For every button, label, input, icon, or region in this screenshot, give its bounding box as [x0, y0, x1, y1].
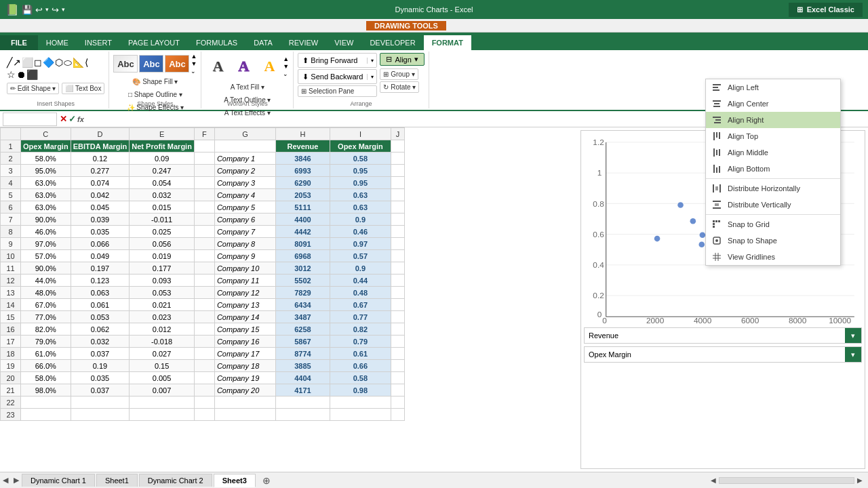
svg-text:0.4: 0.4 [593, 260, 604, 270]
tab-review[interactable]: REVIEW [281, 35, 326, 50]
wordart-expand[interactable]: ⌄ [283, 70, 289, 77]
chart-point [700, 232, 706, 238]
tab-formulas[interactable]: FORMULAS [188, 35, 245, 50]
name-box[interactable] [3, 113, 57, 126]
svg-rect-28 [715, 119, 721, 121]
tab-developer[interactable]: DEVELOPER [361, 35, 423, 50]
align-right-item[interactable]: Align Right [706, 112, 840, 128]
wordart-up[interactable]: ▲ [283, 56, 289, 62]
quick-access-toolbar: 📗 💾 ↩ ▾ ↪ ▾ [5, 3, 65, 16]
selection-pane-button[interactable]: ⊞ Selection Pane [298, 85, 377, 97]
bring-forward-button[interactable]: ⬆ Bring Forward▾ [298, 53, 377, 68]
text-effects-button[interactable]: A Text Effects ▾ [221, 107, 274, 119]
svg-rect-22 [713, 87, 718, 88]
x-axis-dropdown-btn[interactable]: ▾ [845, 328, 861, 343]
snap-grid-item[interactable]: Snap to Grid [706, 216, 840, 232]
group-shape-styles: Abc Abc Abc ▲ ▼ ⌄ 🎨 Shape Fill ▾ □ Shape… [109, 52, 201, 108]
rotate-button[interactable]: ↻ Rotate ▾ [380, 81, 419, 93]
shape-style-3[interactable]: Abc [165, 55, 189, 73]
wordart-down[interactable]: ▼ [283, 63, 289, 70]
x-axis-dropdown[interactable]: Revenue ▾ [584, 327, 862, 344]
tab-dynamic-chart-2[interactable]: Dynamic Chart 2 [139, 474, 212, 487]
insert-shapes-label: Insert Shapes [37, 100, 75, 107]
shape-styles-down[interactable]: ▼ [191, 60, 197, 67]
align-right-icon [711, 115, 722, 125]
align-left-item[interactable]: Align Left [706, 79, 840, 96]
wordart-style-1[interactable]: A [205, 53, 230, 80]
redo-icon[interactable]: ↪ [52, 5, 59, 15]
view-gridlines-label: View Gridlines [728, 253, 775, 261]
table-row: 10 57.0% 0.049 0.019 Company 9 6968 0.57 [1, 250, 405, 262]
table-row: 6 63.0% 0.045 0.015 Company 5 5111 0.63 [1, 201, 405, 214]
svg-text:0.6: 0.6 [593, 230, 604, 239]
shape-style-2[interactable]: Abc [139, 55, 163, 73]
shape-styles-up[interactable]: ▲ [191, 53, 197, 60]
insert-shapes-content: ╱↗⬜◻🔷 ⬡⬭📐⟨ ☆⏺⬛ ✏ Edit Shape ▾ ⬜ Text Box [7, 53, 104, 107]
svg-text:0: 0 [597, 310, 602, 319]
group-insert-shapes: ╱↗⬜◻🔷 ⬡⬭📐⟨ ☆⏺⬛ ✏ Edit Shape ▾ ⬜ Text Box… [3, 52, 109, 108]
table-row: 8 46.0% 0.035 0.025 Company 7 4442 0.46 [1, 226, 405, 238]
group-button[interactable]: ⊞ Group ▾ [380, 68, 418, 80]
tab-file[interactable]: FILE [0, 35, 38, 50]
confirm-icon[interactable]: ✓ [68, 114, 76, 124]
snap-shape-item[interactable]: Snap to Shape [706, 232, 840, 249]
wordart-style-3[interactable]: A [257, 53, 281, 80]
shape-fill-button[interactable]: 🎨 Shape Fill ▾ [129, 76, 181, 87]
tab-sheet1[interactable]: Sheet1 [96, 474, 138, 487]
function-icon[interactable]: fx [77, 115, 84, 123]
horizontal-scrollbar[interactable]: ◀ ▶ [276, 476, 868, 484]
send-backward-button[interactable]: ⬇ Send Backward▾ [298, 69, 377, 84]
y-axis-dropdown-btn[interactable]: ▾ [845, 347, 861, 362]
align-bottom-label: Align Bottom [728, 165, 770, 173]
cancel-icon[interactable]: ✕ [60, 114, 67, 124]
svg-text:1: 1 [597, 168, 602, 178]
edit-shape-button[interactable]: ✏ Edit Shape ▾ [7, 83, 59, 94]
y-axis-dropdown[interactable]: Opex Margin ▾ [584, 346, 862, 363]
shape-style-1[interactable]: Abc [113, 55, 138, 73]
tab-format[interactable]: FORMAT [424, 35, 471, 50]
undo-icon[interactable]: ↩ [35, 5, 43, 15]
distribute-h-item[interactable]: Distribute Horizontally [706, 180, 840, 197]
svg-rect-33 [713, 148, 715, 157]
excel-classic-label: Excel Classic [807, 5, 854, 14]
svg-rect-34 [716, 150, 717, 155]
svg-rect-44 [715, 203, 719, 206]
distribute-v-item[interactable]: Distribute Vertically [706, 197, 840, 213]
svg-rect-24 [713, 100, 721, 102]
table-row: 20 58.0% 0.035 0.005 Company 19 4404 0.5… [1, 372, 405, 384]
svg-rect-41 [715, 186, 718, 190]
add-sheet-btn[interactable]: ⊕ [257, 474, 276, 487]
table-row: 11 90.0% 0.197 0.177 Company 10 3012 0.9 [1, 262, 405, 274]
text-box-button[interactable]: ⬜ Text Box [62, 83, 104, 94]
table-row: 12 44.0% 0.123 0.093 Company 11 5502 0.4… [1, 274, 405, 287]
wordart-style-2[interactable]: A [231, 53, 256, 80]
tab-insert[interactable]: INSERT [77, 35, 120, 50]
tab-data[interactable]: DATA [245, 35, 281, 50]
distribute-h-icon [711, 183, 722, 194]
undo-dropdown[interactable]: ▾ [45, 6, 49, 13]
shape-outline-button[interactable]: □ Shape Outline ▾ [125, 89, 186, 100]
tab-view[interactable]: VIEW [326, 35, 361, 50]
y-axis-value: Opex Margin [585, 349, 845, 360]
tab-page-layout[interactable]: PAGE LAYOUT [120, 35, 188, 50]
align-bottom-item[interactable]: Align Bottom [706, 161, 840, 177]
tab-home[interactable]: HOME [38, 35, 77, 50]
save-icon[interactable]: 💾 [22, 5, 33, 15]
align-center-item[interactable]: Align Center [706, 96, 840, 112]
title-center: Dynamic Charts - Excel [395, 5, 473, 14]
align-button[interactable]: ⊟ Align ▾ [380, 53, 424, 66]
tab-scroll-right[interactable]: ▶ [11, 476, 22, 485]
data-grid: C D E F G H I J 1 Opex Margin EBITDA Mar… [0, 127, 405, 421]
svg-rect-47 [718, 220, 720, 222]
svg-rect-46 [715, 220, 717, 222]
tab-sheet3[interactable]: Sheet3 [214, 474, 256, 487]
tab-dynamic-chart-1[interactable]: Dynamic Chart 1 [22, 474, 95, 487]
view-gridlines-item[interactable]: View Gridlines [706, 249, 840, 265]
align-top-item[interactable]: Align Top [706, 128, 840, 144]
customize-icon[interactable]: ▾ [62, 6, 65, 13]
text-fill-button[interactable]: A Text Fill ▾ [227, 81, 268, 93]
tab-scroll-left[interactable]: ◀ [0, 476, 11, 485]
shape-styles-expand[interactable]: ⌄ [191, 68, 197, 75]
svg-rect-40 [719, 184, 721, 192]
align-middle-item[interactable]: Align Middle [706, 144, 840, 161]
